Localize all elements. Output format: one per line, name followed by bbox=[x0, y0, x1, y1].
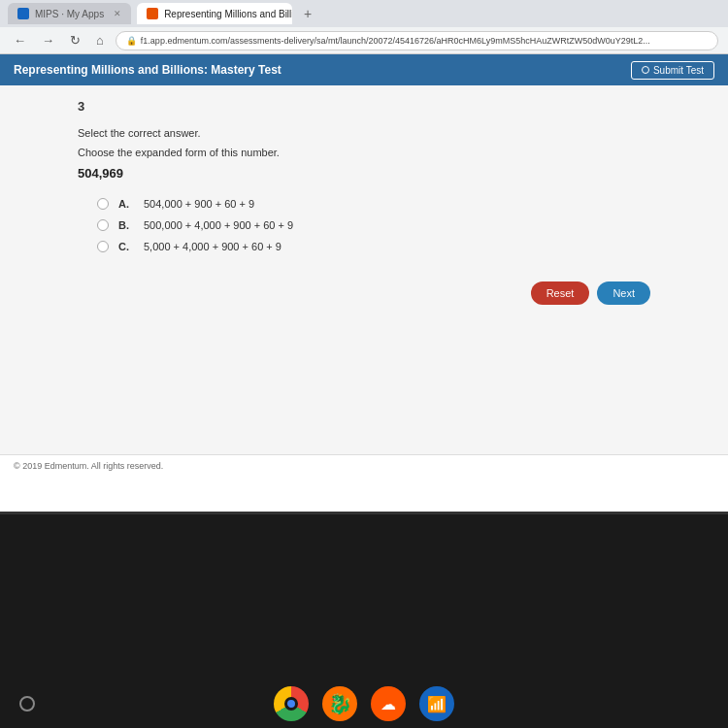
tab-icon-mips bbox=[17, 8, 29, 19]
submit-icon bbox=[642, 66, 649, 74]
new-tab-button[interactable]: + bbox=[298, 4, 317, 23]
tab-edmentum-label: Representing Millions and Billio... bbox=[164, 9, 292, 19]
tab-icon-edmentum bbox=[147, 8, 158, 19]
question-number-value: 504,969 bbox=[78, 166, 689, 181]
tab-bar: MIPS · My Apps ✕ Representing Millions a… bbox=[0, 0, 728, 27]
answer-options: A. 504,000 + 900 + 60 + 9 B. 500,000 + 4… bbox=[78, 198, 689, 252]
option-b[interactable]: B. 500,000 + 4,000 + 900 + 60 + 9 bbox=[97, 219, 689, 231]
wifi-taskbar-icon[interactable]: 📶 bbox=[419, 686, 454, 721]
submit-test-label: Submit Test bbox=[653, 65, 704, 76]
taskbar: 🐉 ☁ 📶 bbox=[0, 679, 728, 728]
copyright-text: © 2019 Edmentum. All rights reserved. bbox=[14, 461, 163, 471]
radio-a[interactable] bbox=[97, 198, 109, 210]
browser-window: MIPS · My Apps ✕ Representing Millions a… bbox=[0, 0, 728, 514]
content-area: 3 Select the correct answer. Choose the … bbox=[0, 85, 728, 454]
reset-button[interactable]: Reset bbox=[531, 281, 590, 305]
back-button[interactable]: ← bbox=[10, 31, 30, 50]
app-title: Representing Millions and Billions: Mast… bbox=[14, 63, 281, 77]
option-b-text: 500,000 + 4,000 + 900 + 60 + 9 bbox=[144, 219, 293, 231]
option-c[interactable]: C. 5,000 + 4,000 + 900 + 60 + 9 bbox=[97, 241, 689, 252]
forward-button[interactable]: → bbox=[38, 31, 58, 50]
button-row: Reset Next bbox=[78, 281, 689, 305]
soundcloud-icon-glyph: ☁ bbox=[381, 695, 396, 713]
wifi-icon-glyph: 📶 bbox=[427, 695, 447, 713]
option-a-text: 504,000 + 900 + 60 + 9 bbox=[144, 198, 254, 210]
option-c-text: 5,000 + 4,000 + 900 + 60 + 9 bbox=[144, 241, 281, 252]
paint-icon-glyph: 🐉 bbox=[328, 692, 352, 715]
address-bar: ← → ↻ ⌂ 🔒 f1.app.edmentum.com/assessment… bbox=[0, 27, 728, 54]
tab-mips[interactable]: MIPS · My Apps ✕ bbox=[8, 3, 131, 24]
chrome-taskbar-icon[interactable] bbox=[274, 686, 309, 721]
url-input[interactable]: 🔒 f1.app.edmentum.com/assessments-delive… bbox=[116, 31, 718, 50]
app-header: Representing Millions and Billions: Mast… bbox=[0, 54, 728, 85]
chrome-inner-circle bbox=[284, 697, 298, 711]
option-a[interactable]: A. 504,000 + 900 + 60 + 9 bbox=[97, 198, 689, 210]
paint-taskbar-icon[interactable]: 🐉 bbox=[322, 686, 357, 721]
tab-close-mips[interactable]: ✕ bbox=[114, 9, 121, 18]
option-b-letter: B. bbox=[118, 219, 134, 231]
tab-edmentum[interactable]: Representing Millions and Billio... ✕ bbox=[137, 3, 292, 24]
next-button[interactable]: Next bbox=[597, 281, 650, 305]
radio-b[interactable] bbox=[97, 219, 109, 231]
question-number: 3 bbox=[78, 99, 689, 114]
tab-mips-label: MIPS · My Apps bbox=[35, 9, 104, 19]
power-button[interactable] bbox=[19, 696, 35, 711]
url-text: f1.app.edmentum.com/assessments-delivery… bbox=[141, 36, 650, 46]
lock-icon: 🔒 bbox=[126, 36, 137, 46]
home-button[interactable]: ⌂ bbox=[92, 31, 108, 50]
browser-footer: © 2019 Edmentum. All rights reserved. bbox=[0, 454, 728, 476]
instruction-text: Select the correct answer. bbox=[78, 127, 689, 139]
option-a-letter: A. bbox=[118, 198, 134, 210]
soundcloud-taskbar-icon[interactable]: ☁ bbox=[371, 686, 406, 721]
submit-test-button[interactable]: Submit Test bbox=[631, 61, 714, 80]
radio-c[interactable] bbox=[97, 241, 109, 252]
question-prompt: Choose the expanded form of this number. bbox=[78, 147, 689, 158]
option-c-letter: C. bbox=[118, 241, 134, 252]
reload-button[interactable]: ↻ bbox=[66, 31, 84, 50]
